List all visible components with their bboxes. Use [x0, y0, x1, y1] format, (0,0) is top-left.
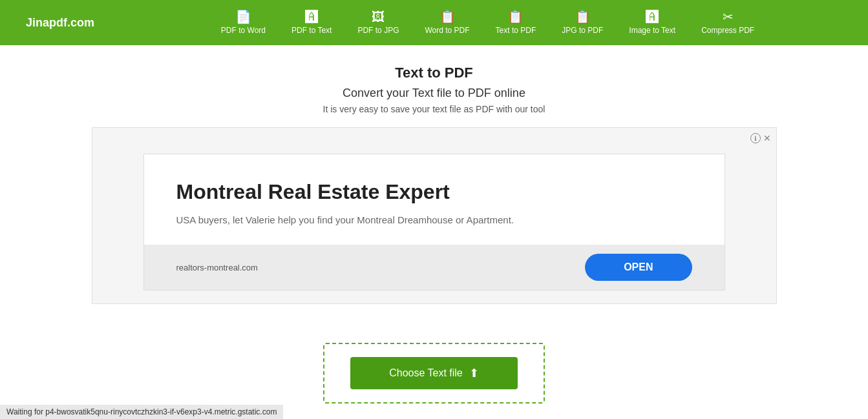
upload-icon: ⬆ [469, 366, 479, 380]
ad-tagline: USA buyers, let Valerie help you find yo… [176, 214, 692, 225]
ad-headline: Montreal Real Estate Expert [176, 180, 692, 204]
nav-image-to-text[interactable]: 🅰 Image to Text [616, 4, 688, 41]
ad-close-bar: ℹ ✕ [750, 133, 771, 143]
page-subtitle: Convert your Text file to PDF online [13, 87, 855, 100]
nav-jpg-to-pdf-label: JPG to PDF [562, 26, 603, 35]
ad-domain: realtors-montreal.com [176, 263, 258, 272]
nav-pdf-to-text-label: PDF to Text [291, 26, 332, 35]
nav-items: 📄 PDF to Word 🅰 PDF to Text 🖼 PDF to JPG… [133, 4, 842, 41]
ad-container: ℹ ✕ Montreal Real Estate Expert USA buye… [92, 127, 777, 304]
main-content: Text to PDF Convert your Text file to PD… [0, 45, 868, 336]
compress-pdf-icon: ✂ [723, 10, 734, 23]
nav-image-to-text-label: Image to Text [629, 26, 675, 35]
ad-info-icon[interactable]: ℹ [750, 133, 761, 143]
page-description: It is very easy to save your text file a… [13, 104, 855, 114]
nav-pdf-to-text[interactable]: 🅰 PDF to Text [279, 4, 344, 41]
nav-text-to-pdf-label: Text to PDF [496, 26, 536, 35]
pdf-to-word-icon: 📄 [235, 10, 251, 23]
choose-text-label: Choose Text file [389, 367, 463, 379]
upload-dropzone: Choose Text file ⬆ [323, 343, 545, 404]
nav-pdf-to-jpg-label: PDF to JPG [357, 26, 399, 35]
status-text: Waiting for p4-bwosvatik5qnu-rinycovtczh… [6, 407, 277, 416]
pdf-to-text-icon: 🅰 [305, 10, 318, 23]
status-bar: Waiting for p4-bwosvatik5qnu-rinycovtczh… [0, 405, 283, 419]
jpg-to-pdf-icon: 📋 [575, 10, 591, 23]
image-to-text-icon: 🅰 [646, 10, 659, 23]
choose-text-file-button[interactable]: Choose Text file ⬆ [350, 357, 518, 389]
brand-logo[interactable]: Jinapdf.com [26, 16, 94, 30]
ad-close-icon[interactable]: ✕ [763, 133, 771, 143]
text-to-pdf-icon: 📋 [507, 10, 524, 23]
pdf-to-jpg-icon: 🖼 [372, 10, 385, 23]
ad-body: Montreal Real Estate Expert USA buyers, … [144, 154, 725, 225]
nav-compress-pdf[interactable]: ✂ Compress PDF [688, 4, 767, 41]
nav-pdf-to-word-label: PDF to Word [221, 26, 266, 35]
ad-inner: Montreal Real Estate Expert USA buyers, … [143, 154, 725, 291]
nav-word-to-pdf[interactable]: 📋 Word to PDF [412, 4, 482, 41]
nav-compress-pdf-label: Compress PDF [701, 26, 754, 35]
navbar: Jinapdf.com 📄 PDF to Word 🅰 PDF to Text … [0, 0, 868, 45]
ad-footer: realtors-montreal.com OPEN [144, 245, 725, 290]
page-title: Text to PDF [13, 65, 855, 81]
nav-pdf-to-jpg[interactable]: 🖼 PDF to JPG [344, 4, 412, 41]
nav-jpg-to-pdf[interactable]: 📋 JPG to PDF [549, 4, 616, 41]
nav-text-to-pdf[interactable]: 📋 Text to PDF [483, 4, 549, 41]
ad-open-button[interactable]: OPEN [585, 254, 692, 281]
nav-pdf-to-word[interactable]: 📄 PDF to Word [208, 4, 279, 41]
word-to-pdf-icon: 📋 [439, 10, 456, 23]
nav-word-to-pdf-label: Word to PDF [425, 26, 469, 35]
